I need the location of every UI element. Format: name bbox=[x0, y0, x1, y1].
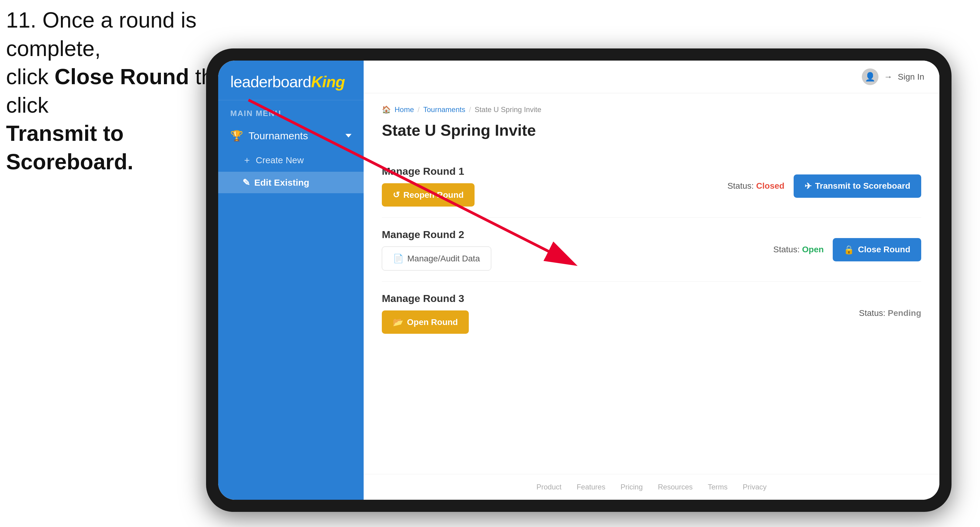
logo: leaderboardKing bbox=[230, 73, 352, 91]
lock-icon: 🔒 bbox=[844, 245, 854, 255]
home-icon: 🏠 bbox=[382, 105, 391, 114]
breadcrumb-home[interactable]: Home bbox=[395, 105, 414, 114]
app-footer: Product Features Pricing Resources Terms… bbox=[364, 474, 939, 500]
doc-icon: 📄 bbox=[393, 254, 404, 264]
open-round-label: Open Round bbox=[407, 317, 458, 327]
sidebar-sub-edit-existing[interactable]: ✎ Edit Existing bbox=[218, 172, 364, 193]
breadcrumb-sep1: / bbox=[418, 105, 420, 114]
round-3-status-value: Pending bbox=[888, 308, 921, 318]
breadcrumb-sep2: / bbox=[469, 105, 471, 114]
round-1-info: Manage Round 1 ↺ Reopen Round bbox=[382, 165, 727, 206]
page-title: State U Spring Invite bbox=[382, 121, 921, 139]
tournaments-label: Tournaments bbox=[248, 130, 308, 142]
app-layout: leaderboardKing MAIN MENU 🏆 Tournaments … bbox=[218, 60, 939, 500]
app-header: 👤 → Sign In bbox=[364, 60, 939, 93]
edit-icon: ✎ bbox=[242, 177, 250, 188]
round-card-1: Manage Round 1 ↺ Reopen Round Status: bbox=[382, 154, 921, 218]
footer-privacy[interactable]: Privacy bbox=[743, 483, 767, 491]
content-area: 🏠 Home / Tournaments / State U Spring In… bbox=[364, 93, 939, 474]
tablet-screen: leaderboardKing MAIN MENU 🏆 Tournaments … bbox=[218, 60, 939, 500]
round-1-actions: ↺ Reopen Round bbox=[382, 183, 727, 206]
round-1-status: Status: Closed bbox=[727, 181, 784, 191]
round-2-status-area: Status: Open 🔒 Close Round bbox=[740, 238, 921, 261]
round-2-status-value: Open bbox=[802, 245, 824, 254]
round-3-info: Manage Round 3 📂 Open Round bbox=[382, 292, 740, 334]
close-round-button[interactable]: 🔒 Close Round bbox=[833, 238, 921, 261]
manage-audit-data-button[interactable]: 📄 Manage/Audit Data bbox=[382, 246, 491, 270]
transmit-label: Transmit to Scoreboard bbox=[815, 181, 910, 191]
breadcrumb-current: State U Spring Invite bbox=[474, 105, 541, 114]
round-2-title: Manage Round 2 bbox=[382, 229, 740, 240]
footer-terms[interactable]: Terms bbox=[708, 483, 727, 491]
logo-leaderboard: leaderboard bbox=[230, 73, 311, 90]
reopen-round-button[interactable]: ↺ Reopen Round bbox=[382, 183, 474, 206]
folder-icon: 📂 bbox=[393, 317, 403, 327]
round-2-status: Status: Open bbox=[773, 245, 824, 254]
open-round-button[interactable]: 📂 Open Round bbox=[382, 310, 469, 334]
footer-features[interactable]: Features bbox=[577, 483, 605, 491]
main-content: 👤 → Sign In 🏠 Home / Tournaments / State bbox=[364, 60, 939, 500]
transmit-to-scoreboard-button[interactable]: ✈ Transmit to Scoreboard bbox=[794, 175, 921, 198]
send-icon: ✈ bbox=[805, 181, 811, 191]
manage-audit-label: Manage/Audit Data bbox=[407, 254, 480, 264]
round-card-3: Manage Round 3 📂 Open Round Status: bbox=[382, 282, 921, 344]
sidebar-sub-create-new[interactable]: ＋ Create New bbox=[218, 148, 364, 172]
round-3-status: Status: Pending bbox=[859, 308, 921, 318]
user-avatar: 👤 bbox=[862, 68, 878, 85]
round-2-actions: 📄 Manage/Audit Data bbox=[382, 246, 740, 270]
round-1-title: Manage Round 1 bbox=[382, 165, 727, 177]
round-3-actions: 📂 Open Round bbox=[382, 310, 740, 334]
status-label-1: Status: bbox=[727, 181, 754, 190]
instruction-transmit-bold: Transmit to Scoreboard. bbox=[6, 121, 133, 174]
round-1-status-value: Closed bbox=[756, 181, 784, 190]
sign-in-area[interactable]: 👤 → Sign In bbox=[862, 68, 924, 85]
round-1-status-area: Status: Closed ✈ Transmit to Scoreboard bbox=[727, 175, 921, 198]
logo-king: King bbox=[311, 73, 345, 90]
reopen-round-label: Reopen Round bbox=[403, 190, 464, 200]
footer-product[interactable]: Product bbox=[536, 483, 562, 491]
trophy-icon: 🏆 bbox=[230, 130, 243, 142]
tablet-device: leaderboardKing MAIN MENU 🏆 Tournaments … bbox=[206, 48, 951, 512]
footer-pricing[interactable]: Pricing bbox=[620, 483, 643, 491]
round-card-2: Manage Round 2 📄 Manage/Audit Data Statu… bbox=[382, 218, 921, 282]
sidebar-item-tournaments[interactable]: 🏆 Tournaments bbox=[218, 123, 364, 148]
footer-resources[interactable]: Resources bbox=[658, 483, 693, 491]
create-new-label: Create New bbox=[256, 155, 304, 165]
refresh-icon: ↺ bbox=[393, 190, 400, 200]
status-label-2: Status: bbox=[773, 245, 800, 254]
sidebar: leaderboardKing MAIN MENU 🏆 Tournaments … bbox=[218, 60, 364, 500]
main-menu-label: MAIN MENU bbox=[218, 100, 364, 123]
round-3-title: Manage Round 3 bbox=[382, 292, 740, 305]
arrow-icon: → bbox=[884, 72, 892, 82]
sign-in-label: Sign In bbox=[898, 72, 924, 82]
edit-existing-label: Edit Existing bbox=[254, 178, 309, 188]
close-round-label: Close Round bbox=[858, 245, 910, 254]
chevron-down-icon bbox=[345, 134, 352, 138]
round-2-info: Manage Round 2 📄 Manage/Audit Data bbox=[382, 229, 740, 270]
instruction-line2-prefix: click bbox=[6, 65, 54, 89]
plus-icon: ＋ bbox=[242, 154, 251, 166]
breadcrumb: 🏠 Home / Tournaments / State U Spring In… bbox=[382, 105, 921, 114]
logo-area: leaderboardKing bbox=[218, 60, 364, 100]
instruction-close-round-bold: Close Round bbox=[54, 65, 189, 89]
breadcrumb-tournaments[interactable]: Tournaments bbox=[423, 105, 465, 114]
status-label-3: Status: bbox=[859, 308, 885, 318]
tournaments-left: 🏆 Tournaments bbox=[230, 130, 308, 142]
round-3-status-area: Status: Pending bbox=[740, 308, 921, 318]
